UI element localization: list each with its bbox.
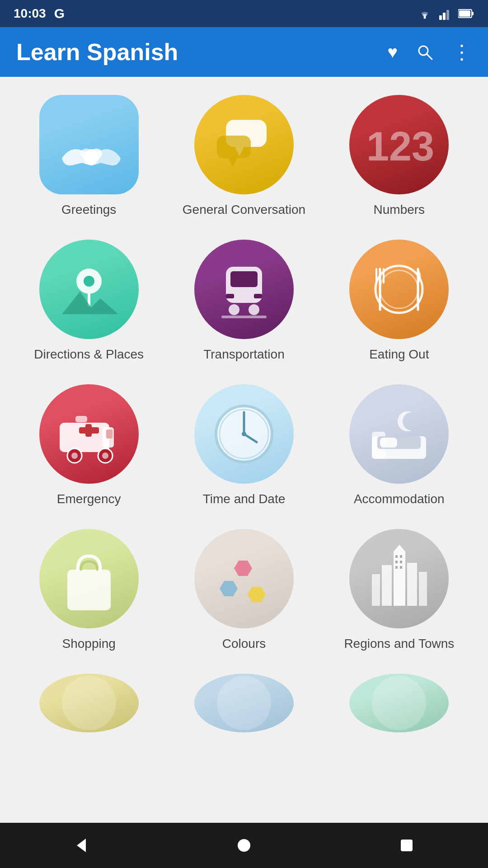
signal-icon [439, 7, 452, 20]
svg-rect-2 [443, 13, 446, 20]
category-accommodation[interactable]: Accommodation [328, 384, 470, 506]
greetings-label: Greetings [61, 203, 116, 217]
svg-point-0 [424, 17, 426, 19]
emergency-icon [39, 384, 139, 484]
nav-bar [0, 823, 488, 868]
favorite-button[interactable]: ♥ [387, 42, 398, 62]
numbers-label: Numbers [374, 203, 425, 217]
shopping-icon [39, 529, 139, 628]
category-transportation[interactable]: Transportation [173, 240, 314, 362]
wifi-icon [417, 8, 433, 19]
category-partial2[interactable] [173, 674, 314, 732]
svg-point-25 [375, 266, 422, 313]
svg-line-8 [427, 54, 432, 59]
conversation-label: General Conversation [183, 203, 305, 217]
svg-marker-57 [394, 545, 405, 552]
category-general-conversation[interactable]: General Conversation [173, 95, 314, 217]
svg-point-38 [102, 453, 108, 459]
svg-rect-19 [230, 271, 258, 287]
svg-marker-13 [228, 158, 237, 167]
svg-point-20 [229, 304, 239, 315]
colours-label: Colours [222, 637, 266, 651]
time-label: Time and Date [203, 492, 286, 506]
status-right [417, 7, 474, 20]
svg-point-70 [238, 839, 250, 852]
svg-rect-1 [439, 15, 442, 20]
eating-label: Eating Out [369, 347, 429, 362]
transportation-icon [194, 240, 294, 339]
numbers-icon: 123 [349, 95, 449, 194]
svg-rect-60 [395, 555, 398, 558]
regions-icon [349, 529, 449, 628]
svg-point-26 [380, 270, 418, 308]
svg-rect-62 [395, 561, 398, 563]
google-icon: G [54, 6, 65, 21]
category-grid: Greetings General Conversation 123 Numbe… [0, 77, 488, 750]
svg-point-66 [62, 676, 116, 730]
search-button[interactable] [416, 43, 434, 61]
category-shopping[interactable]: Shopping [18, 529, 160, 651]
svg-point-36 [71, 453, 78, 459]
svg-rect-63 [400, 561, 402, 563]
svg-point-67 [217, 676, 271, 730]
accommodation-icon [349, 384, 449, 484]
svg-rect-49 [380, 438, 397, 448]
category-time[interactable]: Time and Date [173, 384, 314, 506]
svg-rect-50 [67, 570, 111, 610]
svg-rect-24 [254, 294, 262, 298]
svg-rect-64 [395, 566, 398, 569]
category-partial1[interactable] [18, 674, 160, 732]
svg-rect-40 [75, 416, 87, 422]
svg-point-45 [242, 432, 246, 436]
app-bar-icons: ♥ ⋮ [387, 42, 472, 62]
category-partial3[interactable] [328, 674, 470, 732]
colours-icon [194, 529, 294, 628]
svg-point-16 [84, 276, 94, 287]
svg-rect-34 [85, 424, 92, 437]
status-left: 10:03 G [14, 6, 65, 21]
svg-marker-52 [220, 581, 238, 596]
status-bar: 10:03 G [0, 0, 488, 27]
emergency-label: Emergency [57, 492, 121, 506]
svg-rect-39 [106, 429, 113, 439]
category-directions[interactable]: Directions & Places [18, 240, 160, 362]
directions-icon [39, 240, 139, 339]
category-greetings[interactable]: Greetings [18, 95, 160, 217]
greetings-icon [39, 95, 139, 194]
partial1-icon [39, 674, 139, 732]
svg-rect-61 [400, 555, 402, 558]
time-icon [194, 384, 294, 484]
svg-rect-59 [419, 572, 427, 606]
category-eating[interactable]: Eating Out [328, 240, 470, 362]
svg-rect-3 [446, 10, 449, 20]
more-options-button[interactable]: ⋮ [452, 42, 472, 62]
partial3-icon [349, 674, 449, 732]
svg-text:123: 123 [366, 124, 434, 169]
svg-rect-5 [472, 12, 474, 15]
svg-marker-51 [234, 561, 252, 576]
directions-label: Directions & Places [34, 347, 144, 362]
category-numbers[interactable]: 123 Numbers [328, 95, 470, 217]
battery-icon [458, 9, 474, 19]
svg-marker-69 [77, 839, 86, 852]
home-button[interactable] [230, 832, 258, 859]
svg-rect-22 [221, 316, 267, 318]
svg-marker-53 [248, 587, 266, 602]
partial2-icon [194, 674, 294, 732]
recents-button[interactable] [393, 832, 420, 859]
svg-rect-6 [459, 10, 470, 17]
eating-icon [349, 240, 449, 339]
svg-rect-55 [382, 565, 392, 606]
transportation-label: Transportation [203, 347, 285, 362]
shopping-label: Shopping [62, 637, 115, 651]
conversation-icon [194, 95, 294, 194]
svg-rect-71 [401, 840, 413, 851]
status-time: 10:03 [14, 6, 46, 21]
category-regions[interactable]: Regions and Towns [328, 529, 470, 651]
back-button[interactable] [68, 832, 95, 859]
svg-rect-12 [217, 136, 251, 158]
app-title: Learn Spanish [16, 38, 387, 66]
svg-point-9 [84, 149, 98, 165]
category-colours[interactable]: Colours [173, 529, 314, 651]
category-emergency[interactable]: Emergency [18, 384, 160, 506]
